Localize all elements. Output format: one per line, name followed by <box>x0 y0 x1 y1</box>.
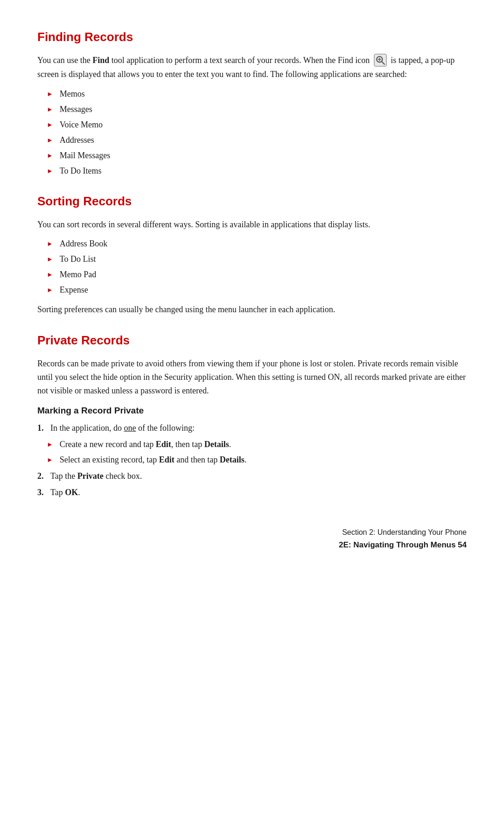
step-2-text: Tap the Private check box. <box>50 470 142 483</box>
edit-bold-2: Edit <box>159 455 175 464</box>
marking-private-steps-cont: 2. Tap the Private check box. 3. Tap OK. <box>37 470 467 499</box>
sub-bullet-1: Create a new record and tap Edit, then t… <box>60 438 231 451</box>
details-bold-2: Details <box>220 455 245 464</box>
find-icon <box>374 54 387 67</box>
one-underline: one <box>124 423 136 433</box>
list-item: ► Messages <box>47 103 467 116</box>
sub-bullet-2: Select an existing record, tap Edit and … <box>60 454 246 466</box>
bullet-arrow-icon: ► <box>47 440 53 449</box>
bullet-arrow-icon: ► <box>47 239 53 249</box>
sorting-records-section: Sorting Records You can sort records in … <box>37 192 467 317</box>
bullet-arrow-icon: ► <box>47 120 53 130</box>
list-item: ► Select an existing record, tap Edit an… <box>47 454 467 466</box>
bullet-arrow-icon: ► <box>47 285 53 295</box>
page-footer: Section 2: Understanding Your Phone 2E: … <box>37 527 467 551</box>
private-records-paragraph: Records can be made private to avoid oth… <box>37 357 467 397</box>
finding-records-paragraph: You can use the Find tool application to… <box>37 54 467 81</box>
finding-records-heading: Finding Records <box>37 28 467 46</box>
private-records-section: Private Records Records can be made priv… <box>37 331 467 499</box>
step-number-3: 3. <box>37 486 50 499</box>
private-records-heading: Private Records <box>37 331 467 350</box>
list-item: 2. Tap the Private check box. <box>37 470 467 483</box>
bullet-arrow-icon: ► <box>47 105 53 114</box>
sorting-records-paragraph: You can sort records in several differen… <box>37 218 467 231</box>
sorting-records-heading: Sorting Records <box>37 192 467 210</box>
step-1-text: In the application, do one of the follow… <box>50 422 195 434</box>
finding-records-section: Finding Records You can use the Find too… <box>37 28 467 177</box>
finding-records-list: ► Memos ► Messages ► Voice Memo ► Addres… <box>47 88 467 177</box>
bullet-arrow-icon: ► <box>47 166 53 176</box>
bullet-arrow-icon: ► <box>47 151 53 161</box>
sorting-records-post-paragraph: Sorting preferences can usually be chang… <box>37 303 467 316</box>
find-bold: Find <box>92 56 109 65</box>
list-item: 1. In the application, do one of the fol… <box>37 422 467 434</box>
bullet-arrow-icon: ► <box>47 89 53 99</box>
list-item: ► Expense <box>47 284 467 296</box>
marking-record-private-subheading: Marking a Record Private <box>37 404 467 418</box>
ok-bold: OK <box>65 488 78 497</box>
marking-private-sub-bullets: ► Create a new record and tap Edit, then… <box>47 438 467 466</box>
list-item: ► Address Book <box>47 238 467 250</box>
bullet-arrow-icon: ► <box>47 135 53 145</box>
list-item: ► Mail Messages <box>47 149 467 162</box>
step-3-text: Tap OK. <box>50 486 80 499</box>
footer-section-label: Section 2: Understanding Your Phone <box>37 527 467 538</box>
edit-bold-1: Edit <box>156 440 171 449</box>
list-item: ► Memo Pad <box>47 268 467 281</box>
bullet-arrow-icon: ► <box>47 254 53 264</box>
list-item: ► Addresses <box>47 134 467 147</box>
step-number-1: 1. <box>37 422 50 434</box>
list-item: 3. Tap OK. <box>37 486 467 499</box>
marking-private-steps: 1. In the application, do one of the fol… <box>37 422 467 434</box>
list-item: ► To Do Items <box>47 165 467 177</box>
details-bold-1: Details <box>204 440 229 449</box>
step-number-2: 2. <box>37 470 50 483</box>
footer-chapter-label: 2E: Navigating Through Menus 54 <box>37 539 467 551</box>
list-item: ► To Do List <box>47 253 467 266</box>
bullet-arrow-icon: ► <box>47 270 53 280</box>
private-bold: Private <box>77 471 104 481</box>
list-item: ► Memos <box>47 88 467 100</box>
list-item: ► Create a new record and tap Edit, then… <box>47 438 467 451</box>
list-item: ► Voice Memo <box>47 119 467 131</box>
bullet-arrow-icon: ► <box>47 455 53 465</box>
sorting-records-list: ► Address Book ► To Do List ► Memo Pad ►… <box>47 238 467 296</box>
